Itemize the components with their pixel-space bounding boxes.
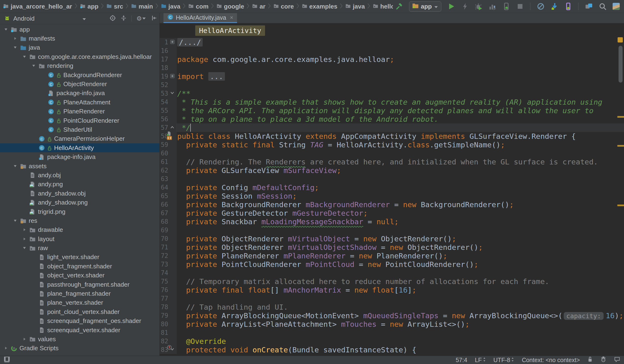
warning-stripe-mark[interactable] [617,205,624,206]
tree-down-arrow-icon[interactable] [4,26,11,33]
code-line-78[interactable]: 78 // Tap handling and UI. [160,303,624,311]
tree-item-package-info-java[interactable]: Jpackage-info.java [0,89,159,98]
code-line-53[interactable]: 53/** [160,89,624,98]
tree-right-arrow-icon[interactable] [22,235,29,243]
tree-item-object-fragment-shader[interactable]: object_fragment.shader [0,262,159,271]
code-line-63[interactable]: 63 [160,175,624,183]
inspection-status-square[interactable] [618,37,623,43]
code-line-60[interactable]: 60 [160,149,624,157]
fold-marker-icon[interactable] [170,91,175,96]
debug-icon[interactable] [475,3,483,10]
code-line-76[interactable]: 76 private final float[] mAnchorMatrix =… [160,286,624,294]
tree-item-point-cloud-vertex-shader[interactable]: point_cloud_vertex.shader [0,307,159,316]
code-line-71[interactable]: 71 private ObjectRenderer mVirtualObject… [160,243,624,252]
profile-icon[interactable] [489,3,496,10]
code-line-54[interactable]: 54 * This is a simple example that shows… [160,98,624,106]
breadcrumb-item-core[interactable]: core [274,3,294,10]
warning-stripe-mark[interactable] [617,116,624,118]
code-line-73[interactable]: 73 private PointCloudRenderer mPointClou… [160,260,624,269]
project-view-selector[interactable]: Android [13,15,35,22]
tree-item-backgroundrenderer[interactable]: CBackgroundRenderer [0,71,159,79]
code-line-70[interactable]: 70 private ObjectRenderer mVirtualObject… [160,234,624,243]
tree-down-arrow-icon[interactable] [31,62,39,70]
breadcrumb-item-java[interactable]: java [345,3,365,10]
inspector-hector-icon[interactable] [600,356,606,364]
sdk-manager-icon[interactable] [551,3,558,10]
tree-down-arrow-icon[interactable] [22,244,29,252]
tree-item-assets[interactable]: assets [0,162,159,171]
tree-item-planeattachment[interactable]: CPlaneAttachment [0,98,159,107]
code-line-57[interactable]: 57 */ [160,123,624,132]
tree-down-arrow-icon[interactable] [13,217,20,225]
tree-item-trigrid-png[interactable]: trigrid.png [0,207,159,216]
code-line-66[interactable]: 66 private BackgroundRenderer mBackgroun… [160,200,624,209]
apply-changes-icon[interactable] [461,3,469,10]
tree-item-app[interactable]: app [0,25,159,34]
collapse-all-icon[interactable] [121,15,127,22]
breadcrumb-item-examples[interactable]: examples [302,3,338,10]
caret-position[interactable]: 57:4 [456,357,468,364]
code-line-72[interactable]: 72 private PlaneRenderer mPlaneRenderer … [160,252,624,260]
tree-right-arrow-icon[interactable] [22,336,29,343]
tree-item-gradle-scripts[interactable]: Gradle Scripts [0,344,159,353]
override-icon[interactable] [167,345,172,351]
run-config-selector[interactable]: app [409,1,441,12]
avd-manager-icon[interactable] [564,3,572,10]
tree-item-plane-vertex-shader[interactable]: plane_vertex.shader [0,298,159,307]
settings-gear-icon[interactable]: ⚙ [136,15,146,22]
code-line-16[interactable]: 16 [160,47,624,55]
event-log-bubble-icon[interactable] [614,356,620,364]
project-tree[interactable]: appmanifestsjavacom.google.ar.core.examp… [0,25,159,356]
lock-icon[interactable] [587,356,593,364]
tree-item-shaderutil[interactable]: CShaderUtil [0,125,159,134]
tree-item-andy-shadow-png[interactable]: andy_shadow.png [0,198,159,207]
chevron-down-icon[interactable] [82,17,86,22]
encoding-selector[interactable]: UTF-8 [494,357,514,364]
hide-panel-icon[interactable] [151,15,157,22]
locate-icon[interactable] [110,15,116,22]
editor-scrollbar[interactable] [619,46,623,82]
code-line-77[interactable]: 77 [160,294,624,303]
tree-item-andy-shadow-obj[interactable]: andy_shadow.obj [0,189,159,198]
breadcrumb-item-google[interactable]: google [217,3,244,10]
code-line-52[interactable]: 52 [160,81,624,89]
code-line-65[interactable]: 65 private Session mSession; [160,192,624,200]
tree-right-arrow-icon[interactable] [4,344,11,352]
tree-item-camerapermissionhelper[interactable]: CCameraPermissionHelper [0,134,159,143]
context-selector[interactable]: Context: <no context> [522,357,580,364]
tree-item-screenquad-fragment-oes-shader[interactable]: screenquad_fragment_oes.shader [0,316,159,326]
tree-item-light-vertex-shader[interactable]: light_vertex.shader [0,253,159,262]
tree-item-helloaractivity[interactable]: CHelloArActivity [0,143,159,152]
tree-item-manifests[interactable]: manifests [0,34,159,43]
breadcrumb-item-com[interactable]: com [188,3,208,10]
code-line-55[interactable]: 55 * the ARCore API. The application wil… [160,106,624,115]
tree-item-passthrough-fragment-shader[interactable]: passthrough_fragment.shader [0,280,159,289]
code-line-1[interactable]: 1/.../ [160,38,624,47]
code-line-19[interactable]: 19import ... [160,72,624,81]
run-device-icon[interactable] [502,3,510,10]
search-everywhere-icon[interactable] [599,3,606,10]
code-line-59[interactable]: 59 private static final String TAG = Hel… [160,140,624,149]
tree-item-planerenderer[interactable]: CPlaneRenderer [0,107,159,116]
toolwindow-toggle-icon[interactable] [4,356,10,364]
xml-badge-icon[interactable] [167,136,172,141]
stop-icon[interactable] [516,3,524,10]
code-line-62[interactable]: 62 private GLSurfaceView mSurfaceView; [160,166,624,175]
tree-item-plane-fragment-shader[interactable]: plane_fragment.shader [0,289,159,298]
code-line-61[interactable]: 61 // Rendering. The Renderers are creat… [160,157,624,166]
tree-item-rendering[interactable]: rendering [0,61,159,71]
code-line-79[interactable]: 79 private ArrayBlockingQueue<MotionEven… [160,311,624,320]
breadcrumb-item-java_arcore_hello_ar[interactable]: java_arcore_hello_ar [3,3,72,10]
code-line-82[interactable]: 82 @Override [160,337,624,345]
tree-item-com-google-ar-core-examples-java-helloar[interactable]: com.google.ar.core.examples.java.helloar [0,52,159,61]
tree-right-arrow-icon[interactable] [22,226,29,234]
run-icon[interactable] [447,3,455,10]
breadcrumb-item-src[interactable]: src [106,3,123,10]
tree-item-drawable[interactable]: drawable [0,225,159,234]
user-avatar[interactable] [613,3,620,10]
code-line-81[interactable]: 81 [160,328,624,337]
close-icon[interactable]: × [229,14,233,21]
tree-item-package-info-java[interactable]: Jpackage-info.java [0,152,159,161]
code-line-58[interactable]: 58public class HelloArActivity extends A… [160,132,624,140]
fold-expand-icon[interactable] [170,74,175,79]
